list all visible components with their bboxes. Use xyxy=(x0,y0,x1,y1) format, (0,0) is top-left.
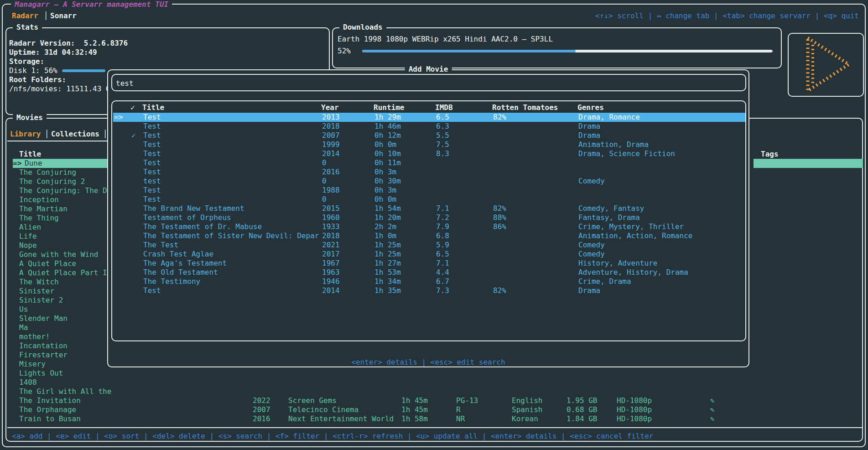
add-movie-result-row[interactable]: The Aga's Testament19671h 27m7.1History,… xyxy=(113,259,745,268)
result-runtime: 0h 11m xyxy=(374,158,401,167)
result-title: Test xyxy=(143,167,161,177)
movie-list-item[interactable]: Alien xyxy=(19,223,113,232)
movie-list-item[interactable]: The Girl with All the xyxy=(19,387,113,396)
movie-list-item[interactable]: Nope xyxy=(19,241,113,250)
add-movie-result-row[interactable]: The Testament of Sister New Devil: Depar… xyxy=(113,231,745,241)
stat-root-folder-line: /nfs/movies: 11511.43 GB xyxy=(9,84,114,94)
library-cell-studio: Screen Gems xyxy=(288,396,337,405)
result-runtime: 1h 53m xyxy=(374,268,401,277)
tab-separator: │ xyxy=(45,130,49,139)
app-title: Managarr – A Servarr management TUI xyxy=(11,0,172,9)
library-cell-quality: HD-1080p xyxy=(617,405,652,414)
movies-panel-title: Movies xyxy=(13,113,47,122)
tab-collections[interactable]: Collections xyxy=(51,130,99,139)
movie-list-item[interactable]: A Quiet Place Part II xyxy=(19,268,113,277)
movie-list-item[interactable]: The Thing xyxy=(19,214,113,223)
result-imdb: 5.9 xyxy=(436,241,449,250)
tab-radarr[interactable]: Radarr xyxy=(12,11,38,21)
stat-version-line: Radarr Version: 5.2.6.8376 xyxy=(9,39,128,48)
stats-panel-title: Stats xyxy=(13,23,42,32)
add-movie-result-row[interactable]: Test00h 11m xyxy=(113,158,745,167)
result-year: 2014 xyxy=(322,149,340,158)
library-tags-column-header: Tags xyxy=(761,150,779,159)
result-runtime: 0h 10m xyxy=(374,149,401,158)
add-movie-search-input[interactable] xyxy=(116,77,390,89)
tab-library[interactable]: Library xyxy=(10,130,41,139)
result-runtime: 1h 27m xyxy=(374,259,401,268)
movie-list-item[interactable]: mother! xyxy=(19,332,113,341)
app-title-wrap: Managarr – A Servarr management TUI xyxy=(11,0,172,9)
edit-pencil-icon[interactable]: ✎ xyxy=(710,405,715,414)
library-cell-runtime: 1h 45m xyxy=(401,405,428,414)
stat-root-folders-label: Root Folders: xyxy=(9,75,66,84)
add-movie-result-row[interactable]: ✓Test20070h 12m5.5Drama xyxy=(113,131,745,140)
movie-list-item[interactable]: 1408 xyxy=(19,378,113,387)
add-movie-result-row[interactable]: Test19880h 3m xyxy=(113,186,745,195)
add-movie-result-row[interactable]: The Testament of Dr. Mabuse19332h 2m7.98… xyxy=(113,222,745,231)
add-movie-result-row[interactable]: Test19990h 0m7.5Animation, Drama xyxy=(113,140,745,149)
add-movie-result-row[interactable]: Crash Test Aglae20171h 25m6.5Comedy xyxy=(113,250,745,259)
selection-marker: => xyxy=(13,159,21,168)
add-movie-result-row[interactable]: The Old Testament19631h 53m4.4Adventure,… xyxy=(113,268,745,277)
add-movie-result-row[interactable]: Test20141h 35m7.382%Drama xyxy=(113,286,745,295)
library-row-details[interactable]: 2016Next Entertainment World1h 58mNRKore… xyxy=(6,414,862,424)
movie-list-item[interactable]: Sinister 2 xyxy=(19,296,113,305)
edit-pencil-icon[interactable]: ✎ xyxy=(710,396,715,405)
movie-list-item[interactable]: A Quiet Place xyxy=(19,259,113,268)
result-rotten-tomatoes: 82% xyxy=(493,113,506,122)
tab-sonarr[interactable]: Sonarr xyxy=(50,11,77,21)
movie-list-item[interactable]: Ma xyxy=(19,323,113,332)
add-movie-result-row[interactable]: Test20160h 3m xyxy=(113,167,745,177)
movie-list-item[interactable]: The Conjuring: The De xyxy=(19,186,113,195)
add-movie-result-row[interactable]: The Test20211h 25m5.9Comedy xyxy=(113,241,745,250)
movie-list-item[interactable]: Us xyxy=(19,305,113,314)
movie-list-item[interactable]: The Martian xyxy=(19,204,113,214)
selected-movie-title: Dune xyxy=(25,159,42,168)
selected-movie-tags-cell[interactable] xyxy=(754,159,863,168)
result-runtime: 0h 0m xyxy=(374,195,396,204)
edit-pencil-icon[interactable]: ✎ xyxy=(710,414,715,424)
library-row-details[interactable]: 2007Telecinco Cinema1h 45mRSpanish0.68 G… xyxy=(6,405,862,414)
result-genres: Comedy, Fantasy xyxy=(578,204,645,213)
add-movie-result-row[interactable]: Test20140h 10m8.3Drama, Science Fiction xyxy=(113,149,745,158)
add-movie-result-row[interactable]: Test00h 0m xyxy=(113,195,745,204)
column-header-title: Title xyxy=(142,103,164,112)
movie-list-item[interactable]: Firestarter xyxy=(19,351,113,360)
selected-movie-row[interactable]: => Dune xyxy=(13,159,108,168)
result-genres: Comedy xyxy=(578,241,605,250)
library-cell-year: 2022 xyxy=(253,396,270,405)
result-title: Test xyxy=(143,122,161,131)
movie-list-item[interactable]: Inception xyxy=(19,195,113,204)
result-genres: Drama xyxy=(578,122,600,131)
movie-list-item[interactable]: Lights Out xyxy=(19,369,113,378)
add-movie-result-row[interactable]: The Brand New Testament20151h 54m7.182%C… xyxy=(113,204,745,213)
library-row-details[interactable]: 2022Screen Gems1h 45mPG-13English1.95 GB… xyxy=(6,396,862,405)
add-movie-result-row[interactable]: =>Test20131h 29m6.582%Drama, Romance xyxy=(113,113,745,122)
movie-list-item[interactable]: Sinister xyxy=(19,287,113,296)
add-movie-modal-title: Add Movie xyxy=(405,65,452,74)
add-movie-result-row[interactable]: The Testimony19461h 34m6.7Crime, Drama xyxy=(113,277,745,286)
result-runtime: 0h 12m xyxy=(374,131,401,140)
result-genres: Animation, Drama xyxy=(578,140,649,149)
column-header-imdb: IMDB xyxy=(435,103,453,112)
result-runtime: 1h 46m xyxy=(374,122,401,131)
movie-list-item[interactable]: Gone with the Wind xyxy=(19,250,113,259)
movie-list-item[interactable]: Life xyxy=(19,232,113,241)
movie-list-item[interactable]: Incantation xyxy=(19,341,113,351)
movie-list-item[interactable]: The Witch xyxy=(19,277,113,287)
library-cell-rating: PG-13 xyxy=(456,396,478,405)
logo-panel xyxy=(788,33,864,97)
result-genres: Comedy xyxy=(578,250,605,259)
movie-list-item[interactable]: The Conjuring 2 xyxy=(19,177,113,186)
result-year: 2018 xyxy=(322,122,340,131)
movie-list-item[interactable]: The Conjuring xyxy=(19,168,113,177)
stat-storage-label: Storage: xyxy=(9,57,44,66)
add-movie-result-row[interactable]: Test20181h 46m6.3Drama xyxy=(113,122,745,131)
movie-list-item[interactable]: Misery xyxy=(19,360,113,369)
result-genres: Crime, Drama xyxy=(578,277,631,286)
add-movie-result-row[interactable]: test00h 30mComedy xyxy=(113,177,745,186)
library-cell-quality: HD-1080p xyxy=(617,396,652,405)
movie-list-item[interactable]: Slender Man xyxy=(19,314,113,323)
result-rotten-tomatoes: 82% xyxy=(493,204,506,213)
add-movie-result-row[interactable]: Testament of Orpheus19601h 20m7.288%Fant… xyxy=(113,213,745,222)
